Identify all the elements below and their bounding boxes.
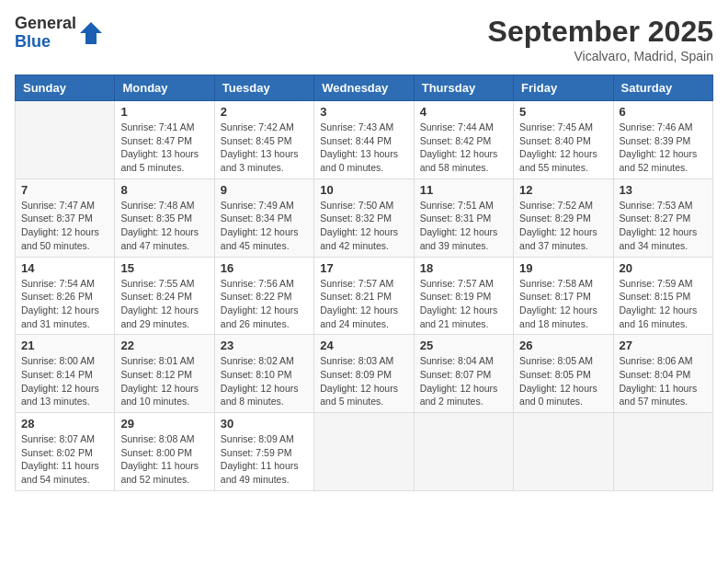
calendar-cell: 15Sunrise: 7:55 AMSunset: 8:24 PMDayligh…	[115, 257, 214, 335]
day-info: Sunrise: 7:44 AMSunset: 8:42 PMDaylight:…	[420, 121, 507, 175]
day-info: Sunrise: 8:06 AMSunset: 8:04 PMDaylight:…	[620, 354, 707, 408]
calendar-week-3: 14Sunrise: 7:54 AMSunset: 8:26 PMDayligh…	[16, 257, 713, 335]
calendar-cell: 25Sunrise: 8:04 AMSunset: 8:07 PMDayligh…	[414, 335, 513, 413]
calendar-cell: 11Sunrise: 7:51 AMSunset: 8:31 PMDayligh…	[414, 178, 513, 257]
calendar-cell: 14Sunrise: 7:54 AMSunset: 8:26 PMDayligh…	[16, 257, 115, 335]
title-block: September 2025 Vicalvaro, Madrid, Spain	[488, 15, 713, 63]
day-info: Sunrise: 7:45 AMSunset: 8:40 PMDaylight:…	[519, 121, 607, 175]
day-info: Sunrise: 7:57 AMSunset: 8:21 PMDaylight:…	[320, 277, 407, 331]
page-header: General Blue September 2025 Vicalvaro, M…	[15, 15, 713, 63]
calendar-cell: 21Sunrise: 8:00 AMSunset: 8:14 PMDayligh…	[16, 335, 115, 413]
day-number: 16	[221, 261, 308, 275]
day-info: Sunrise: 8:08 AMSunset: 8:00 PMDaylight:…	[120, 432, 208, 487]
day-info: Sunrise: 7:57 AMSunset: 8:19 PMDaylight:…	[420, 277, 507, 331]
day-number: 30	[221, 417, 308, 431]
calendar-cell	[613, 413, 712, 491]
day-info: Sunrise: 7:41 AMSunset: 8:47 PMDaylight:…	[120, 121, 208, 175]
day-header-sunday: Sunday	[16, 75, 115, 101]
day-header-saturday: Saturday	[613, 75, 712, 101]
calendar-cell: 6Sunrise: 7:46 AMSunset: 8:39 PMDaylight…	[613, 101, 712, 179]
svg-marker-0	[80, 22, 102, 44]
day-info: Sunrise: 7:43 AMSunset: 8:44 PMDaylight:…	[320, 121, 407, 175]
day-number: 21	[21, 339, 108, 352]
day-number: 10	[320, 183, 407, 197]
day-info: Sunrise: 7:50 AMSunset: 8:32 PMDaylight:…	[320, 199, 407, 253]
calendar-cell: 26Sunrise: 8:05 AMSunset: 8:05 PMDayligh…	[514, 335, 613, 413]
day-number: 27	[620, 339, 707, 352]
day-header-tuesday: Tuesday	[214, 75, 313, 101]
day-info: Sunrise: 7:47 AMSunset: 8:37 PMDaylight:…	[21, 199, 108, 253]
calendar-cell: 19Sunrise: 7:58 AMSunset: 8:17 PMDayligh…	[514, 257, 613, 335]
day-header-wednesday: Wednesday	[314, 75, 414, 101]
day-info: Sunrise: 7:49 AMSunset: 8:34 PMDaylight:…	[221, 199, 308, 253]
day-number: 24	[320, 339, 407, 352]
calendar-cell: 22Sunrise: 8:01 AMSunset: 8:12 PMDayligh…	[115, 335, 214, 413]
calendar-cell: 2Sunrise: 7:42 AMSunset: 8:45 PMDaylight…	[214, 101, 313, 179]
calendar-cell: 10Sunrise: 7:50 AMSunset: 8:32 PMDayligh…	[314, 178, 414, 257]
day-info: Sunrise: 7:55 AMSunset: 8:24 PMDaylight:…	[120, 277, 208, 331]
day-number: 15	[120, 261, 208, 275]
calendar-cell: 17Sunrise: 7:57 AMSunset: 8:21 PMDayligh…	[314, 257, 414, 335]
calendar-cell: 24Sunrise: 8:03 AMSunset: 8:09 PMDayligh…	[314, 335, 414, 413]
day-info: Sunrise: 8:04 AMSunset: 8:07 PMDaylight:…	[420, 354, 507, 408]
calendar-cell: 9Sunrise: 7:49 AMSunset: 8:34 PMDaylight…	[214, 178, 313, 257]
calendar-week-5: 28Sunrise: 8:07 AMSunset: 8:02 PMDayligh…	[16, 413, 713, 491]
calendar-cell: 12Sunrise: 7:52 AMSunset: 8:29 PMDayligh…	[514, 178, 613, 257]
day-number: 9	[221, 183, 308, 197]
day-number: 5	[519, 105, 607, 119]
calendar-cell: 30Sunrise: 8:09 AMSunset: 7:59 PMDayligh…	[214, 413, 313, 491]
day-info: Sunrise: 8:07 AMSunset: 8:02 PMDaylight:…	[21, 432, 108, 487]
calendar-cell	[16, 101, 115, 179]
day-number: 2	[221, 105, 308, 119]
logo-icon	[78, 20, 104, 46]
day-info: Sunrise: 7:56 AMSunset: 8:22 PMDaylight:…	[221, 277, 308, 331]
calendar-table: SundayMondayTuesdayWednesdayThursdayFrid…	[15, 75, 713, 491]
day-info: Sunrise: 8:03 AMSunset: 8:09 PMDaylight:…	[320, 354, 407, 408]
day-header-friday: Friday	[514, 75, 613, 101]
calendar-week-4: 21Sunrise: 8:00 AMSunset: 8:14 PMDayligh…	[16, 335, 713, 413]
calendar-cell: 3Sunrise: 7:43 AMSunset: 8:44 PMDaylight…	[314, 101, 414, 179]
calendar-cell: 27Sunrise: 8:06 AMSunset: 8:04 PMDayligh…	[613, 335, 712, 413]
day-number: 7	[21, 183, 108, 197]
calendar-cell	[414, 413, 513, 491]
day-info: Sunrise: 8:01 AMSunset: 8:12 PMDaylight:…	[120, 354, 208, 408]
day-number: 29	[120, 417, 208, 431]
day-number: 18	[420, 261, 507, 275]
calendar-cell: 4Sunrise: 7:44 AMSunset: 8:42 PMDaylight…	[414, 101, 513, 179]
day-number: 22	[120, 339, 208, 352]
day-number: 4	[420, 105, 507, 119]
day-info: Sunrise: 7:52 AMSunset: 8:29 PMDaylight:…	[519, 199, 607, 253]
calendar-cell: 16Sunrise: 7:56 AMSunset: 8:22 PMDayligh…	[214, 257, 313, 335]
day-number: 14	[21, 261, 108, 275]
day-header-thursday: Thursday	[414, 75, 513, 101]
day-number: 28	[21, 417, 108, 431]
day-info: Sunrise: 8:05 AMSunset: 8:05 PMDaylight:…	[519, 354, 607, 408]
calendar-cell: 13Sunrise: 7:53 AMSunset: 8:27 PMDayligh…	[613, 178, 712, 257]
day-info: Sunrise: 8:09 AMSunset: 7:59 PMDaylight:…	[221, 432, 308, 487]
calendar-cell: 28Sunrise: 8:07 AMSunset: 8:02 PMDayligh…	[16, 413, 115, 491]
calendar-cell: 20Sunrise: 7:59 AMSunset: 8:15 PMDayligh…	[613, 257, 712, 335]
calendar-header: SundayMondayTuesdayWednesdayThursdayFrid…	[16, 75, 713, 101]
day-number: 1	[120, 105, 208, 119]
day-number: 11	[420, 183, 507, 197]
day-info: Sunrise: 7:51 AMSunset: 8:31 PMDaylight:…	[420, 199, 507, 253]
day-number: 23	[221, 339, 308, 352]
day-info: Sunrise: 7:53 AMSunset: 8:27 PMDaylight:…	[620, 199, 707, 253]
calendar-cell	[314, 413, 414, 491]
day-number: 17	[320, 261, 407, 275]
day-number: 25	[420, 339, 507, 352]
calendar-cell: 18Sunrise: 7:57 AMSunset: 8:19 PMDayligh…	[414, 257, 513, 335]
day-number: 13	[620, 183, 707, 197]
day-info: Sunrise: 7:54 AMSunset: 8:26 PMDaylight:…	[21, 277, 108, 331]
day-number: 26	[519, 339, 607, 352]
day-info: Sunrise: 7:58 AMSunset: 8:17 PMDaylight:…	[519, 277, 607, 331]
day-number: 6	[620, 105, 707, 119]
day-info: Sunrise: 8:00 AMSunset: 8:14 PMDaylight:…	[21, 354, 108, 408]
day-number: 19	[519, 261, 607, 275]
calendar-week-1: 1Sunrise: 7:41 AMSunset: 8:47 PMDaylight…	[16, 101, 713, 179]
day-info: Sunrise: 7:48 AMSunset: 8:35 PMDaylight:…	[120, 199, 208, 253]
calendar-cell	[514, 413, 613, 491]
logo-general: General	[15, 15, 76, 33]
day-number: 8	[120, 183, 208, 197]
calendar-cell: 5Sunrise: 7:45 AMSunset: 8:40 PMDaylight…	[514, 101, 613, 179]
